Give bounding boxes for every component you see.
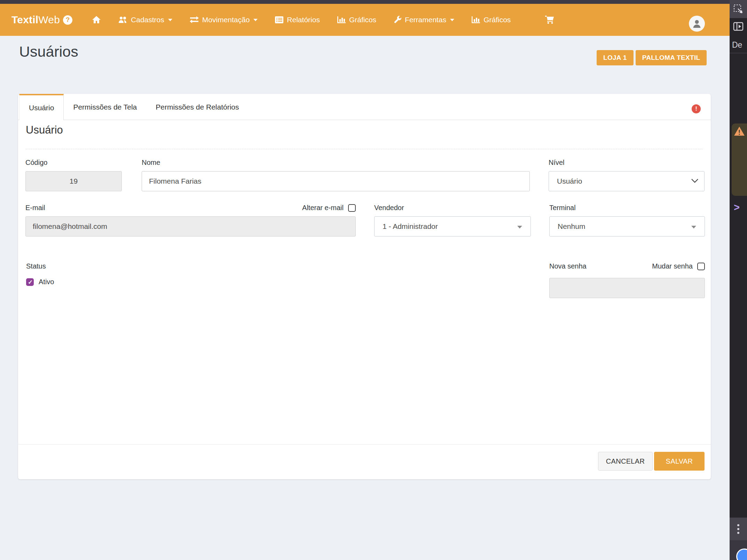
chevron-down-icon [691, 178, 699, 185]
field-terminal: Terminal Nenhum [549, 204, 705, 237]
terminal-select[interactable]: Nenhum [549, 216, 705, 237]
field-email: E-mail Alterar e-mail [25, 204, 356, 237]
nav-graficos-2[interactable]: Gráficos [471, 16, 511, 24]
nivel-select[interactable]: Usuário [549, 171, 705, 191]
panel-divider [730, 53, 747, 53]
field-nome: Nome [142, 159, 530, 191]
browser-extension-panel: De > [730, 0, 747, 560]
main-navbar: TextilWeb ? Cadastros Movimentação [0, 4, 730, 36]
nova-senha-label: Nova senha [549, 262, 587, 270]
area-select-tool[interactable] [730, 0, 747, 18]
bar-chart-icon [471, 16, 480, 24]
nav-label: Relatórios [287, 16, 320, 24]
caret-down-icon [517, 226, 522, 229]
nav-cadastros[interactable]: Cadastros [118, 16, 172, 24]
warning-triangle-icon [734, 126, 745, 136]
wrench-icon [393, 16, 402, 24]
main-menu: Cadastros Movimentação Relatórios [92, 15, 554, 24]
cancel-button[interactable]: CANCELAR [598, 452, 653, 471]
exchange-icon [189, 16, 199, 24]
kebab-icon [737, 524, 739, 534]
home-icon [92, 16, 101, 24]
brand-light: Web [38, 14, 60, 25]
ativo-checkbox[interactable] [26, 278, 34, 286]
nav-graficos-1[interactable]: Gráficos [337, 16, 376, 24]
nivel-value: Usuário [549, 171, 704, 191]
tab-usuario[interactable]: Usuário [19, 94, 64, 120]
store-badges: LOJA 1 PALLOMA TEXTIL [597, 50, 707, 65]
side-panel-toggle[interactable] [730, 18, 747, 35]
field-nova-senha: Nova senha Mudar senha [549, 262, 705, 298]
warning-notice[interactable] [732, 123, 747, 196]
panel-partial-text: De [732, 40, 742, 50]
save-button[interactable]: SALVAR [654, 452, 705, 471]
user-card: Usuário Permissões de Tela Permissões de… [18, 94, 711, 479]
help-icon[interactable]: ? [63, 15, 72, 25]
panel-toggle-icon [733, 22, 744, 31]
panel-kebab-menu[interactable] [730, 518, 747, 540]
caret-down-icon [691, 226, 696, 229]
nova-senha-input[interactable] [549, 278, 705, 298]
tab-bar: Usuário Permissões de Tela Permissões de… [18, 94, 711, 120]
nav-ferramentas[interactable]: Ferramentas [393, 16, 454, 24]
nav-label: Gráficos [349, 16, 376, 24]
dashed-select-icon [733, 4, 744, 14]
nav-label: Movimentação [202, 16, 250, 24]
cart-icon [545, 15, 554, 24]
nome-label: Nome [142, 159, 530, 167]
alterar-email-checkbox[interactable] [348, 204, 356, 212]
blue-extension-icon[interactable] [736, 549, 747, 560]
section-title: Usuário [26, 124, 63, 136]
page-title: Usuários [19, 43, 78, 60]
footer-divider [18, 444, 711, 445]
ativo-label: Ativo [39, 278, 54, 286]
field-nivel: Nível Usuário [549, 159, 705, 191]
users-icon [118, 16, 128, 24]
dashed-divider [26, 149, 702, 149]
chevron-down-icon [168, 19, 172, 21]
vendedor-select[interactable]: 1 - Administrador [374, 216, 531, 237]
user-avatar[interactable] [689, 16, 705, 32]
store-badge-loja[interactable]: LOJA 1 [597, 50, 634, 65]
bar-chart-icon [337, 16, 346, 24]
report-list-icon [275, 16, 284, 24]
nav-label: Ferramentas [405, 16, 446, 24]
app-root: TextilWeb ? Cadastros Movimentação [0, 0, 747, 560]
nav-label: Gráficos [483, 16, 511, 24]
terminal-value: Nenhum [550, 217, 705, 236]
chevron-down-icon [450, 19, 454, 21]
nav-movimentacao[interactable]: Movimentação [189, 16, 258, 24]
vendedor-value: 1 - Administrador [375, 217, 530, 236]
nivel-label: Nível [549, 159, 705, 167]
alterar-email-label: Alterar e-mail [302, 204, 344, 212]
field-vendedor: Vendedor 1 - Administrador [374, 204, 531, 237]
field-status: Status Ativo [26, 262, 165, 286]
panel-expand-chevron[interactable]: > [734, 202, 740, 213]
mudar-senha-label: Mudar senha [652, 262, 693, 270]
nav-label: Cadastros [131, 16, 164, 24]
vendedor-label: Vendedor [374, 204, 531, 212]
tab-permissoes-tela[interactable]: Permissões de Tela [64, 94, 146, 120]
status-label: Status [26, 262, 165, 270]
email-input[interactable] [25, 216, 356, 237]
email-label: E-mail [25, 204, 45, 212]
person-icon [692, 18, 702, 29]
nav-cart[interactable] [545, 15, 554, 24]
nav-relatorios[interactable]: Relatórios [275, 16, 320, 24]
brand-bold: Textil [11, 14, 38, 25]
nav-home[interactable] [92, 16, 101, 24]
browser-top-strip [0, 0, 747, 4]
tab-permissoes-relatorios[interactable]: Permissões de Relatórios [146, 94, 248, 120]
mudar-senha-checkbox[interactable] [697, 263, 705, 270]
terminal-label: Terminal [549, 204, 705, 212]
codigo-input[interactable] [25, 171, 122, 191]
codigo-label: Código [25, 159, 122, 167]
alert-exclamation-icon[interactable]: ! [692, 104, 701, 113]
nome-input[interactable] [142, 171, 530, 191]
brand-logo[interactable]: TextilWeb [11, 14, 60, 26]
panel-bottom-block [730, 540, 747, 560]
chevron-down-icon [253, 19, 258, 21]
store-badge-company[interactable]: PALLOMA TEXTIL [636, 50, 707, 65]
field-codigo: Código [25, 159, 122, 191]
